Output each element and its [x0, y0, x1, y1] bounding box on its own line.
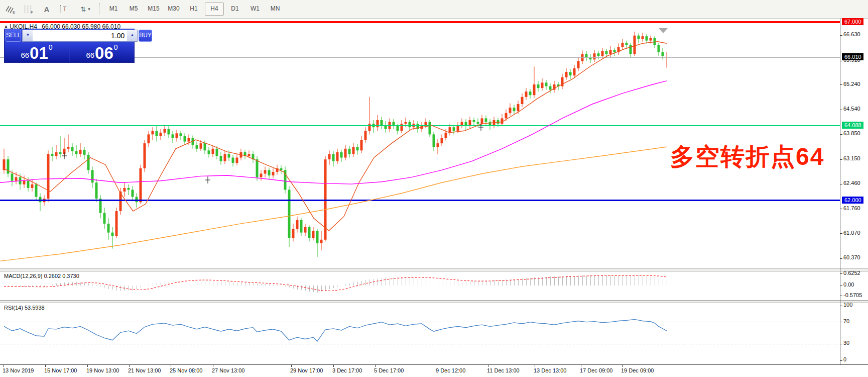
- buy-button[interactable]: BUY: [139, 30, 152, 42]
- chart-shift-marker-icon[interactable]: [659, 28, 668, 33]
- time-tick-label: 13 Dec 13:00: [534, 367, 566, 373]
- time-tick-label: 5 Dec 17:00: [374, 367, 404, 373]
- axis-tick: [840, 296, 842, 296]
- buy-price-display[interactable]: 66 06 0: [70, 43, 134, 62]
- price-badge: 67.000: [842, 18, 863, 25]
- sell-price-big: 01: [30, 46, 48, 61]
- volume-stepper: ▼ ▲: [22, 30, 138, 42]
- swap-arrows-icon[interactable]: ⇅▾: [75, 3, 95, 16]
- axis-tick: [840, 35, 842, 36]
- axis-tick: [840, 233, 842, 234]
- chinese-annotation: 多空转折点64: [670, 145, 824, 169]
- timeframe-button-MN[interactable]: MN: [266, 3, 284, 15]
- axis-tick: [840, 344, 842, 344]
- price-tick-label: 62.460: [843, 180, 860, 186]
- toolbar: E F A T ⇅▾ M1M5M15M30H1H4D1W1MN: [0, 0, 868, 19]
- time-tick: [4, 364, 4, 367]
- axis-tick: [840, 322, 842, 322]
- price-tick-label: 63.850: [843, 130, 860, 136]
- time-tick-label: 3 Dec 17:00: [332, 367, 362, 373]
- buy-price-big: 06: [95, 46, 113, 61]
- timeframe-button-H4[interactable]: H4: [205, 3, 224, 16]
- sell-price-display[interactable]: 66 01 0: [5, 43, 69, 62]
- one-click-trade-panel: SELL ▼ ▲ BUY 66 01 0 66 06 0: [4, 29, 135, 63]
- sell-price-sup: 0: [49, 43, 53, 51]
- time-tick-label: 27 Nov 13:00: [212, 367, 244, 373]
- timeframe-button-M15[interactable]: M15: [145, 3, 163, 15]
- time-tick: [535, 364, 535, 367]
- time-axis-border: [0, 364, 868, 365]
- axis-tick: [840, 273, 842, 274]
- time-tick-label: 17 Dec 09:00: [580, 367, 612, 373]
- time-tick: [213, 364, 213, 367]
- grid-fibo-icon[interactable]: F: [21, 3, 36, 16]
- toolbar-separator: [99, 3, 100, 15]
- time-tick-label: 19 Nov 13:00: [86, 367, 119, 373]
- sell-button[interactable]: SELL: [6, 30, 21, 42]
- timeframe-button-H1[interactable]: H1: [185, 3, 203, 15]
- rsi-tick-label: 70: [843, 318, 849, 324]
- price-tick-label: 61.070: [843, 230, 860, 236]
- axis-tick: [840, 286, 842, 286]
- axis-tick: [840, 184, 842, 184]
- chart-expert-icon[interactable]: E: [3, 3, 18, 16]
- price-badge: 66.010: [842, 53, 863, 60]
- svg-text:E: E: [13, 10, 15, 14]
- price-tick-label: 60.370: [843, 254, 860, 260]
- axis-tick: [840, 258, 842, 259]
- volume-decrease-button[interactable]: ▼: [23, 30, 33, 41]
- time-tick-label: 21 Nov 13:00: [128, 367, 161, 373]
- price-tick-label: 66.630: [843, 31, 860, 37]
- time-tick-label: 15 Nov 17:00: [44, 367, 77, 373]
- time-tick: [488, 364, 488, 367]
- time-tick-label: 13 Nov 2019: [3, 367, 34, 373]
- time-tick-label: 9 Dec 12:00: [436, 367, 465, 373]
- time-tick: [581, 364, 581, 367]
- axis-tick: [840, 209, 842, 209]
- timeframe-group: M1M5M15M30H1H4D1W1MN: [104, 3, 284, 16]
- axis-separator-line: [840, 18, 840, 364]
- price-tick-label: 63.150: [843, 155, 860, 161]
- macd-tick-label: 0.00: [843, 281, 854, 288]
- price-tick-label: 64.540: [843, 106, 860, 112]
- rsi-label: RSI(14) 53.5938: [4, 305, 45, 311]
- time-tick: [291, 364, 292, 367]
- time-tick: [375, 364, 376, 367]
- text-a-icon[interactable]: A: [39, 3, 54, 16]
- timeframe-button-M5[interactable]: M5: [125, 3, 143, 15]
- macd-label: MACD(12,26,9) 0.2602 0.3730: [4, 273, 79, 279]
- time-tick-label: 11 Dec 13:00: [487, 367, 520, 373]
- time-tick-label: 29 Nov 17:00: [290, 367, 323, 373]
- rsi-pane[interactable]: [0, 303, 840, 364]
- price-tick-label: 61.760: [843, 205, 860, 211]
- time-tick: [437, 364, 437, 367]
- time-tick-label: 25 Nov 08:00: [170, 367, 202, 373]
- sell-price-prefix: 66: [21, 51, 29, 59]
- time-tick: [45, 364, 46, 367]
- time-tick: [129, 364, 130, 367]
- macd-pane[interactable]: [0, 271, 840, 300]
- time-tick: [171, 364, 171, 367]
- time-tick: [622, 364, 623, 367]
- buy-price-prefix: 66: [86, 51, 94, 59]
- time-tick: [87, 364, 88, 367]
- timeframe-button-M30[interactable]: M30: [165, 3, 183, 15]
- volume-input[interactable]: [33, 30, 127, 41]
- price-badge: 62.000: [842, 197, 863, 204]
- macd-tick-label: -0.5705: [843, 292, 862, 298]
- volume-increase-button[interactable]: ▲: [127, 30, 137, 41]
- pane-splitter-macd[interactable]: [0, 268, 868, 271]
- timeframe-button-D1[interactable]: D1: [226, 3, 244, 15]
- collapse-triangle-icon[interactable]: ▲: [4, 24, 8, 29]
- timeframe-button-W1[interactable]: W1: [246, 3, 264, 15]
- axis-tick: [840, 61, 842, 61]
- axis-tick: [840, 84, 842, 85]
- rsi-tick-label: 100: [843, 302, 852, 308]
- timeframe-button-M1[interactable]: M1: [104, 3, 122, 15]
- textbox-t-icon[interactable]: T: [57, 3, 72, 16]
- price-tick-label: 65.240: [843, 81, 860, 87]
- macd-tick-label: 0.6252: [843, 270, 860, 276]
- axis-tick: [840, 159, 842, 160]
- time-tick: [333, 364, 334, 367]
- axis-tick: [840, 110, 842, 110]
